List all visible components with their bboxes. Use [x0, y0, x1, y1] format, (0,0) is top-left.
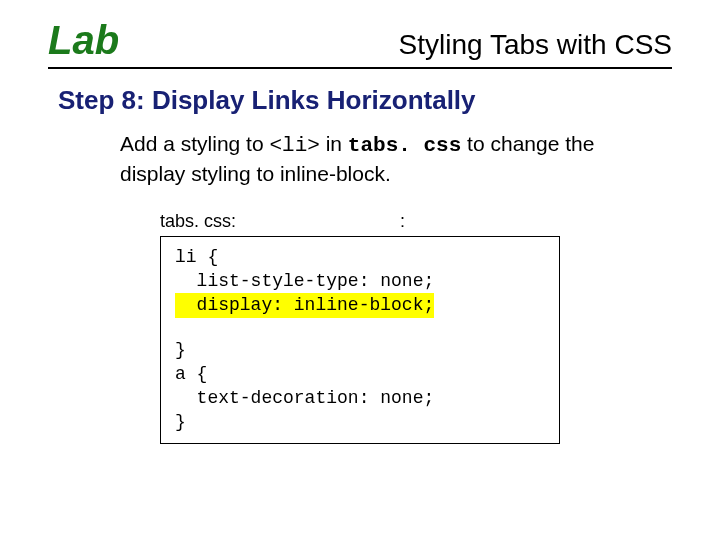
code-label-right: :	[400, 211, 405, 232]
code-line-4: }	[175, 338, 559, 362]
text-pre: Add a styling to	[120, 132, 269, 155]
text-mid1: in	[320, 132, 348, 155]
code-line-5: a {	[175, 362, 559, 386]
code-label-left: tabs. css:	[160, 211, 400, 232]
inline-code-file: tabs. css	[348, 134, 461, 157]
header-divider	[48, 67, 672, 69]
code-line-1: li {	[175, 245, 559, 269]
code-line-6: text-decoration: none;	[175, 386, 559, 410]
code-line-3: display: inline-block;	[175, 293, 559, 317]
page-title: Styling Tabs with CSS	[399, 29, 672, 61]
instruction-paragraph: Add a styling to <li> in tabs. css to ch…	[120, 130, 620, 189]
step-heading: Step 8: Display Links Horizontally	[58, 85, 720, 116]
code-line-2: list-style-type: none;	[175, 269, 559, 293]
highlighted-code: display: inline-block;	[175, 293, 434, 317]
lab-badge: Lab	[48, 18, 119, 63]
code-block: li { list-style-type: none; display: inl…	[160, 236, 560, 444]
inline-code-li: <li>	[269, 134, 319, 157]
code-line-7: }	[175, 410, 559, 434]
